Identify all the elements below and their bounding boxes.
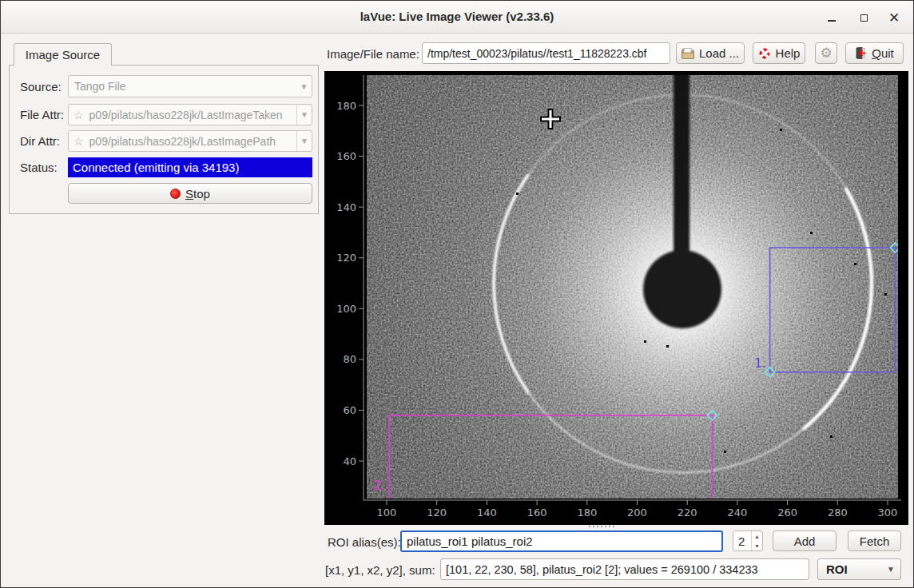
y-axis-tick-label: 140: [336, 201, 356, 213]
lifebuoy-help-icon: [758, 47, 771, 60]
star-icon: ☆: [69, 109, 84, 121]
stop-button-label: Stop: [185, 187, 210, 201]
file-attr-combobox[interactable]: ☆ p09/pilatus/haso228jk/LastImageTaken ▼: [68, 104, 312, 125]
x-axis-tick-label: 160: [527, 507, 547, 518]
minimize-icon: [828, 20, 836, 22]
roi-sum-value[interactable]: [440, 558, 809, 580]
roi-label-1: 1.: [754, 356, 765, 371]
load-button-label: Load ...: [699, 46, 739, 60]
roi-count-value: 2: [733, 531, 751, 550]
spin-up-icon[interactable]: ▲: [752, 531, 762, 541]
y-axis-tick-label: 100: [336, 303, 356, 315]
stop-icon: [170, 189, 181, 199]
splitter-handle[interactable]: [589, 526, 614, 527]
tool-dropdown-value: ROI: [818, 562, 881, 576]
chevron-down-icon: ▼: [296, 76, 312, 97]
maximize-icon: [860, 14, 868, 22]
minimize-button[interactable]: [822, 9, 841, 26]
source-combobox[interactable]: Tango File ▼: [68, 75, 312, 97]
roi-label-2: 2.: [374, 479, 385, 493]
quit-button[interactable]: Quit: [845, 42, 904, 64]
x-axis-tick-label: 260: [777, 507, 797, 518]
dir-attr-label: Dir Attr:: [20, 134, 60, 148]
y-axis-tick-label: 180: [336, 100, 356, 112]
add-roi-button[interactable]: Add: [773, 530, 837, 551]
help-button-label: Help: [776, 46, 801, 60]
help-button[interactable]: Help: [753, 42, 805, 64]
x-axis-tick-label: 120: [427, 507, 447, 518]
detector-image: [367, 73, 898, 499]
quit-door-icon: [855, 47, 867, 59]
file-attr-value: p09/pilatus/haso228jk/LastImageTaken: [84, 109, 296, 121]
y-axis-tick-label: 80: [343, 353, 356, 365]
dir-attr-value: p09/pilatus/haso228jk/LastImagePath: [84, 135, 296, 148]
status-label: Status:: [20, 161, 58, 174]
gear-icon: ⚙: [820, 45, 832, 62]
roi-count-spinbox[interactable]: 2 ▲ ▼: [733, 530, 763, 551]
x-axis-tick-label: 200: [627, 507, 647, 518]
y-axis-tick-label: 60: [343, 404, 356, 416]
x-axis-tick-label: 220: [678, 507, 697, 518]
maximize-button[interactable]: [854, 9, 873, 26]
file-attr-label: File Attr:: [20, 108, 64, 121]
status-value: Connected (emitting via 34193): [68, 157, 312, 177]
quit-button-label: Quit: [872, 46, 894, 60]
filename-label: Image/File name:: [327, 47, 419, 61]
titlebar: laVue: Live Image Viewer (v2.33.6) ✕: [1, 1, 913, 34]
roi-alias-label: ROI alias(es):: [328, 535, 401, 549]
folder-icon: [682, 48, 694, 59]
source-value: Tango File: [69, 80, 296, 93]
close-icon: ✕: [888, 10, 900, 26]
roi-sum-label: [x1, y1, x2, y2], sum:: [325, 563, 435, 577]
x-axis-tick-label: 140: [477, 507, 497, 518]
filename-input[interactable]: [422, 42, 670, 64]
x-axis-tick-label: 280: [828, 507, 848, 518]
chevron-down-icon[interactable]: ▼: [296, 131, 312, 151]
source-label: Source:: [20, 80, 62, 93]
x-axis-tick-label: 180: [577, 507, 597, 518]
tool-dropdown[interactable]: ROI ▼: [817, 558, 901, 580]
star-icon: ☆: [69, 135, 84, 148]
y-axis-tick-label: 160: [336, 150, 356, 162]
x-axis-tick-label: 240: [727, 507, 747, 518]
x-axis-tick-label: 100: [377, 507, 397, 518]
close-button[interactable]: ✕: [884, 9, 904, 26]
fetch-roi-button[interactable]: Fetch: [848, 530, 901, 551]
load-button[interactable]: Load ...: [676, 42, 745, 64]
image-plot[interactable]: 1.2. 10012014016018020022024026028030018…: [324, 71, 908, 525]
spin-down-icon[interactable]: ▼: [752, 541, 762, 550]
stop-button[interactable]: Stop: [68, 183, 312, 204]
dir-attr-combobox[interactable]: ☆ p09/pilatus/haso228jk/LastImagePath ▼: [68, 130, 312, 152]
tab-image-source[interactable]: Image Source: [14, 43, 112, 66]
chevron-down-icon: ▼: [881, 565, 900, 574]
window-title: laVue: Live Image Viewer (v2.33.6): [1, 10, 913, 23]
x-axis-tick-label: 300: [878, 507, 898, 518]
settings-button[interactable]: ⚙: [815, 42, 837, 64]
app-window: laVue: Live Image Viewer (v2.33.6) ✕ Ima…: [0, 0, 914, 588]
roi-alias-input[interactable]: [400, 530, 723, 552]
y-axis-tick-label: 120: [336, 252, 356, 264]
chevron-down-icon[interactable]: ▼: [296, 105, 312, 125]
y-axis-tick-label: 40: [343, 455, 356, 467]
